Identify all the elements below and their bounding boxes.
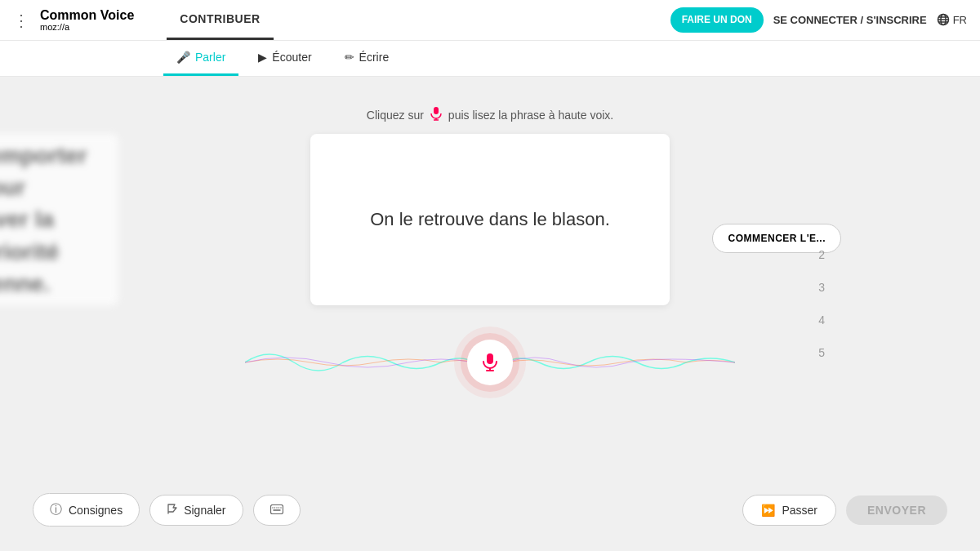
- signin-button[interactable]: SE CONNECTER / S'INSCRIRE: [773, 14, 927, 26]
- mic-nav-icon: 🎤: [176, 51, 190, 64]
- instruction-after: puis lisez la phrase à haute voix.: [448, 109, 613, 122]
- consignes-button[interactable]: ⓘ Consignes: [33, 493, 140, 527]
- phrase-card: On le retrouve dans le blason.: [310, 134, 670, 305]
- instruction-bar: Cliquez sur puis lisez la phrase à haute…: [367, 106, 613, 124]
- signaler-button[interactable]: Signaler: [149, 495, 243, 526]
- ecrire-label: Écrire: [359, 51, 390, 64]
- brand: Common Voice moz://a: [40, 8, 134, 33]
- navbar: ⋮ Common Voice moz://a CONTRIBUER FAIRE …: [0, 0, 980, 41]
- nav-ecrire[interactable]: ✏ Écrire: [332, 41, 403, 76]
- consignes-label: Consignes: [69, 504, 122, 517]
- right-numbers: 2 3 4 5: [818, 248, 825, 359]
- svg-rect-5: [434, 107, 439, 114]
- nav-right: FAIRE UN DON SE CONNECTER / S'INSCRIRE F…: [670, 7, 967, 32]
- main-content: Cliquez sur puis lisez la phrase à haute…: [0, 77, 980, 551]
- secondary-nav: 🎤 Parler ▶ Écouter ✏ Écrire: [0, 41, 980, 77]
- instruction-before: Cliquez sur: [367, 109, 424, 122]
- blurred-card: aut la remporter pour nserver la supério…: [0, 134, 118, 305]
- brand-sub: moz://a: [40, 22, 134, 32]
- language-button[interactable]: FR: [937, 13, 967, 26]
- globe-icon: [937, 13, 950, 26]
- pen-nav-icon: ✏: [345, 51, 354, 64]
- nav-parler[interactable]: 🎤 Parler: [163, 41, 238, 76]
- passer-label: Passer: [782, 504, 817, 517]
- lang-label: FR: [953, 14, 967, 26]
- keyboard-icon: [270, 504, 283, 517]
- svg-rect-8: [487, 353, 493, 364]
- svg-rect-11: [270, 504, 283, 513]
- action-bar: ⓘ Consignes Signaler: [0, 493, 980, 527]
- play-nav-icon: ▶: [258, 51, 267, 64]
- passer-icon: ⏩: [761, 504, 775, 517]
- ecouter-label: Écouter: [272, 51, 311, 64]
- flag-icon: [167, 504, 177, 517]
- keyboard-button[interactable]: [253, 495, 301, 526]
- num-2[interactable]: 2: [818, 248, 825, 261]
- menu-dots[interactable]: ⋮: [13, 11, 30, 30]
- waveform-area: [245, 322, 735, 403]
- parler-label: Parler: [195, 51, 225, 64]
- mic-button[interactable]: [467, 340, 513, 385]
- donate-button[interactable]: FAIRE UN DON: [670, 7, 764, 32]
- mic-inline-icon: [429, 106, 443, 124]
- signaler-label: Signaler: [184, 504, 225, 517]
- nav-ecouter[interactable]: ▶ Écouter: [245, 41, 324, 76]
- phrase-text: On le retrouve dans le blason.: [354, 193, 626, 247]
- num-4[interactable]: 4: [818, 313, 825, 327]
- num-5[interactable]: 5: [818, 346, 825, 359]
- envoyer-button[interactable]: ENVOYER: [846, 495, 947, 525]
- microphone-icon: [480, 353, 500, 372]
- nav-links: CONTRIBUER: [167, 0, 670, 40]
- passer-button[interactable]: ⏩ Passer: [742, 495, 836, 526]
- blurred-text: aut la remporter pour nserver la supério…: [0, 140, 102, 300]
- brand-name: Common Voice: [40, 8, 134, 23]
- nav-contribuer[interactable]: CONTRIBUER: [167, 0, 273, 40]
- consignes-icon: ⓘ: [50, 502, 62, 518]
- num-3[interactable]: 3: [818, 281, 825, 294]
